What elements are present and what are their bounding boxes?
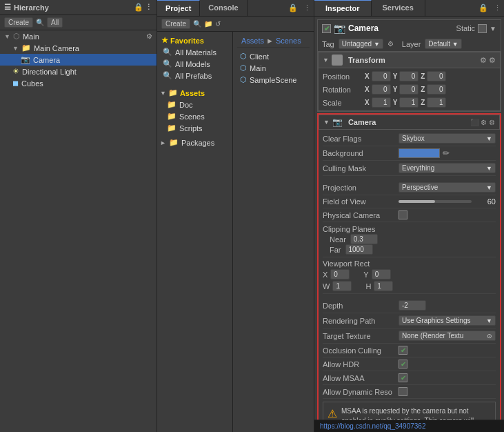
rotation-z-input[interactable] — [427, 84, 446, 95]
camera-section-header[interactable]: ▼ 📷 Camera ⬛ ⚙ ⚙ — [319, 115, 500, 130]
rotation-x-input[interactable] — [372, 84, 391, 95]
static-checkbox[interactable] — [478, 24, 487, 33]
tree-item-cubes[interactable]: ◼ Cubes — [0, 77, 157, 89]
breadcrumb-assets[interactable]: Assets — [241, 37, 264, 45]
far-input[interactable] — [345, 244, 373, 255]
right-item-client[interactable]: ⬡ Client — [237, 50, 310, 62]
tree-item-main-camera[interactable]: ▼ 📁 Main Camera — [0, 42, 157, 54]
folder-icon-scripts: 📁 — [167, 124, 177, 132]
camera-ctrl-icon3[interactable]: ⚙ — [489, 119, 495, 126]
component-title-area: ✔ 📷 Camera — [322, 23, 379, 34]
inspector-tab-inspector[interactable]: Inspector — [314, 0, 372, 16]
camera-enabled-checkbox[interactable]: ✔ — [322, 24, 331, 33]
right-item-sample[interactable]: ⬡ SampleScene — [237, 74, 310, 86]
prop-viewport-rect: Viewport Rect X Y — [323, 257, 496, 294]
background-edit-icon[interactable]: ✏ — [443, 148, 450, 158]
scene-icon-client: ⬡ — [240, 52, 247, 61]
arrow-camera-comp: ▼ — [323, 119, 330, 126]
scale-x-input[interactable] — [372, 97, 391, 108]
tab-project[interactable]: Project — [157, 0, 200, 16]
rotation-y-input[interactable] — [399, 84, 419, 95]
packages-item[interactable]: ► 📁 Packages — [157, 137, 232, 148]
hierarchy-options-icon: ⋮ — [145, 3, 152, 12]
rot-y-axis: Y — [393, 86, 398, 93]
tag-value: Untagged — [342, 40, 372, 48]
static-dropdown-icon[interactable]: ▼ — [490, 25, 496, 32]
target-texture-value: None (Render Textu — [402, 332, 463, 340]
tree-item-directional-light[interactable]: ☀ Directional Light — [0, 66, 157, 77]
depth-input[interactable] — [399, 300, 426, 311]
hierarchy-create-btn[interactable]: Create — [4, 17, 33, 28]
transform-rotation-row: Rotation X Y Z — [323, 83, 496, 96]
clear-flags-dropdown-icon: ▼ — [486, 135, 492, 142]
scale-y-input[interactable] — [399, 97, 419, 108]
asset-label-doc: Doc — [179, 101, 193, 109]
prop-depth: Depth — [323, 298, 496, 313]
culling-mask-dropdown[interactable]: Everything ▼ — [399, 163, 496, 173]
tag-dropdown[interactable]: Untagged ▼ — [339, 39, 383, 49]
background-label: Background — [323, 149, 399, 157]
physical-camera-checkbox[interactable] — [399, 210, 407, 219]
camera-ctrl-icon2[interactable]: ⚙ — [481, 119, 487, 126]
vp-w-input[interactable] — [332, 281, 352, 291]
allow-msaa-checkbox[interactable]: ✔ — [399, 373, 407, 382]
position-z-input[interactable] — [427, 71, 446, 81]
projection-dropdown[interactable]: Perspective ▼ — [399, 182, 496, 193]
position-y-input[interactable] — [399, 71, 419, 81]
asset-item-doc[interactable]: 📁 Doc — [157, 99, 232, 110]
near-input[interactable] — [350, 234, 378, 244]
inspector-tab-services[interactable]: Services — [372, 0, 425, 16]
favorites-section-header: ★ Favorites — [157, 35, 232, 46]
layer-dropdown[interactable]: Default ▼ — [425, 39, 461, 49]
vp-x-input[interactable] — [330, 269, 350, 279]
physical-camera-label: Physical Camera — [323, 211, 399, 219]
camera-ctrl-icon1[interactable]: ⬛ — [470, 119, 478, 126]
tag-layer-row: Tag Untagged ▼ ⚙ Layer Default ▼ — [317, 37, 501, 51]
tab-console[interactable]: Console — [200, 0, 247, 16]
breadcrumb-scenes[interactable]: Scenes — [276, 37, 301, 45]
fov-label: Field of View — [323, 197, 399, 206]
favorites-item-materials[interactable]: 🔍 All Materials — [157, 46, 232, 58]
main-layout: ☰ Hierarchy 🔒 ⋮ Create 🔍 All ▼ ⬡ — [0, 0, 504, 432]
folder-icon-packages: 📁 — [169, 138, 179, 147]
vp-y-input[interactable] — [372, 269, 391, 279]
camera-icon-tree: 📷 — [21, 55, 30, 64]
allow-dynamic-label: Allow Dynamic Reso — [323, 388, 399, 396]
rendering-path-dropdown[interactable]: Use Graphics Settings ▼ — [399, 315, 496, 326]
camera-component-label: Camera — [348, 23, 379, 33]
target-texture-dropdown[interactable]: None (Render Textu ⊙ — [399, 331, 496, 341]
transform-section-header[interactable]: ▼ Transform ⚙ ⚙ — [318, 52, 501, 68]
warning-icon: ⚠ — [327, 406, 337, 420]
clear-flags-value: Skybox — [402, 135, 425, 142]
vp-y-label: Y — [363, 271, 368, 279]
clear-flags-dropdown[interactable]: Skybox ▼ — [399, 133, 496, 144]
allow-msaa-label: Allow MSAA — [323, 374, 399, 382]
scale-z-input[interactable] — [427, 97, 446, 108]
position-x-input[interactable] — [372, 71, 391, 81]
tree-item-camera[interactable]: 📷 Camera — [0, 54, 157, 66]
allow-hdr-checkbox[interactable]: ✔ — [399, 360, 407, 369]
right-item-main[interactable]: ⬡ Main — [237, 62, 310, 74]
asset-item-scripts[interactable]: 📁 Scripts — [157, 122, 232, 134]
layer-value: Default — [428, 40, 450, 48]
transform-ctrl-icon1[interactable]: ⚙ — [480, 56, 487, 65]
transform-ctrl-icon2[interactable]: ⚙ — [489, 56, 496, 65]
fov-slider[interactable] — [399, 200, 472, 203]
project-create-btn[interactable]: Create — [161, 19, 190, 29]
favorites-item-models[interactable]: 🔍 All Models — [157, 58, 232, 70]
favorites-item-prefabs[interactable]: 🔍 All Prefabs — [157, 70, 232, 81]
hierarchy-all-btn[interactable]: All — [47, 17, 63, 28]
static-label: Static — [456, 24, 476, 32]
transform-title: Transform — [348, 56, 385, 64]
vp-h-input[interactable] — [374, 281, 393, 291]
tag-dropdown-icon: ▼ — [374, 41, 380, 48]
background-color-swatch[interactable] — [399, 148, 440, 158]
tree-label-camera: Camera — [33, 56, 60, 64]
tree-item-main[interactable]: ▼ ⬡ Main ⚙ — [0, 30, 157, 42]
prop-allow-dynamic: Allow Dynamic Reso — [323, 385, 496, 399]
asset-item-scenes[interactable]: 📁 Scenes — [157, 110, 232, 122]
allow-hdr-label: Allow HDR — [323, 360, 399, 369]
occlusion-culling-checkbox[interactable]: ✔ — [399, 346, 407, 355]
culling-mask-dropdown-icon: ▼ — [486, 165, 492, 172]
allow-dynamic-checkbox[interactable] — [399, 387, 407, 396]
